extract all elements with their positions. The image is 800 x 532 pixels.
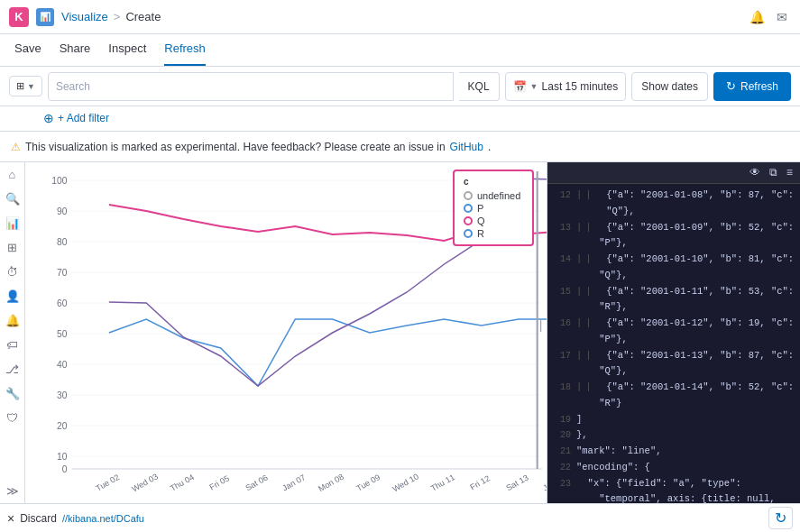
alert-message: This visualization is marked as experime… — [25, 141, 446, 153]
sidebar-wrench-icon[interactable]: 🔧 — [5, 387, 20, 400]
top-bell-icon[interactable]: 🔔 — [748, 8, 766, 26]
breadcrumb: Visualize > Create — [61, 10, 161, 23]
search-input[interactable]: Search — [48, 72, 454, 101]
svg-text:Tue 02: Tue 02 — [94, 472, 121, 492]
svg-text:40: 40 — [57, 360, 68, 370]
legend-item-r: R — [464, 228, 523, 239]
code-panel: 👁 ⧉ ≡ 12 | | {"a": "2001-01-08", "b": 87… — [547, 162, 800, 503]
breadcrumb-create: Create — [125, 10, 161, 23]
discard-x-icon[interactable]: × — [7, 511, 14, 526]
alert-icon: ⚠ — [11, 141, 21, 153]
sidebar-clock-icon[interactable]: ⏱ — [6, 265, 18, 279]
svg-text:70: 70 — [57, 268, 68, 278]
code-line-18: 18 | | {"a": "2001-01-14", "b": 52, "c": — [547, 380, 800, 396]
code-line-12: 12 | | {"a": "2001-01-08", "b": 87, "c": — [547, 188, 800, 204]
time-chevron: ▼ — [530, 82, 538, 91]
filter-toggle-icon: ⊞ — [16, 80, 24, 92]
svg-text:100: 100 — [51, 176, 68, 186]
discard-button[interactable]: Discard — [20, 512, 57, 525]
sidebar-home-icon[interactable]: ⌂ — [9, 168, 16, 181]
bottom-url[interactable]: //kibana.net/DCafu — [62, 513, 144, 524]
code-copy-icon[interactable]: ⧉ — [769, 167, 777, 179]
svg-text:Thu 11: Thu 11 — [429, 472, 456, 493]
sidebar-shield-icon[interactable]: 🛡 — [6, 411, 18, 425]
kql-button[interactable]: KQL — [459, 72, 500, 101]
refresh-label: Refresh — [740, 80, 778, 93]
code-line-20: 20 }, — [547, 427, 800, 444]
svg-text:Wed 03: Wed 03 — [130, 472, 160, 493]
legend-item-q: Q — [464, 216, 523, 226]
chart-legend: c undefined P Q R — [453, 170, 534, 246]
filter-toggle[interactable]: ⊞ ▼ — [9, 76, 42, 96]
svg-text:90: 90 — [57, 206, 68, 216]
svg-text:Sat 13: Sat 13 — [504, 473, 529, 493]
code-line-14: 14 | | {"a": "2001-01-10", "b": 81, "c": — [547, 252, 800, 268]
svg-text:0: 0 — [62, 464, 68, 474]
time-picker[interactable]: 📅 ▼ Last 15 minutes — [505, 72, 627, 101]
alert-suffix: . — [488, 141, 491, 153]
code-line-15b: "R"}, — [547, 299, 800, 316]
refresh-button[interactable]: ↻ Refresh — [713, 72, 791, 101]
show-dates-button[interactable]: Show dates — [631, 72, 708, 101]
legend-item-p: P — [464, 203, 523, 214]
code-line-17: 17 | | {"a": "2001-01-13", "b": 87, "c": — [547, 348, 800, 364]
tab-share[interactable]: Share — [60, 34, 91, 66]
svg-text:80: 80 — [57, 237, 68, 247]
filter-dot-icon: ⊕ — [43, 111, 54, 125]
code-line-16b: "P"}, — [547, 332, 800, 348]
code-line-22: 22 "encoding": { — [547, 460, 800, 476]
svg-text:Jan 14: Jan 14 — [541, 472, 547, 492]
code-line-23b: "temporal", axis: {title: null, — [547, 491, 800, 503]
code-line-21: 21 "mark": "line", — [547, 444, 800, 460]
tab-save[interactable]: Save — [14, 34, 41, 66]
code-line-19: 19 ] — [547, 412, 800, 428]
sidebar-tag-icon[interactable]: 🏷 — [6, 338, 18, 352]
sidebar-layers-icon[interactable]: ⊞ — [7, 241, 17, 254]
sidebar-user-icon[interactable]: 👤 — [5, 289, 20, 303]
code-line-23: 23 "x": {"field": "a", "type": — [547, 476, 800, 492]
svg-text:Mon 08: Mon 08 — [317, 472, 345, 493]
top-mail-icon[interactable]: ✉ — [773, 8, 791, 26]
chart-area: 100 90 80 70 60 50 40 30 20 10 0 Tue 02 … — [25, 162, 547, 503]
sidebar-expand-icon[interactable]: ≫ — [6, 484, 19, 498]
sidebar-git-icon[interactable]: ⎇ — [5, 362, 19, 376]
svg-text:50: 50 — [57, 329, 68, 339]
sidebar-search-icon[interactable]: 🔍 — [5, 192, 20, 206]
code-panel-header: 👁 ⧉ ≡ — [547, 162, 800, 184]
code-eye-icon[interactable]: 👁 — [749, 166, 760, 179]
code-line-14b: "Q"}, — [547, 268, 800, 284]
code-line-12b: "Q"}, — [547, 204, 800, 220]
code-line-13b: "P"}, — [547, 235, 800, 252]
code-menu-icon[interactable]: ≡ — [786, 167, 793, 179]
code-line-17b: "Q"}, — [547, 363, 800, 380]
tab-refresh[interactable]: Refresh — [164, 34, 206, 66]
svg-text:Sat 06: Sat 06 — [244, 473, 269, 493]
add-filter-button[interactable]: + Add filter — [58, 112, 109, 124]
refresh-icon: ↻ — [726, 79, 736, 93]
bottom-bar: × Discard //kibana.net/DCafu ↻ — [0, 503, 800, 532]
breadcrumb-visualize[interactable]: Visualize — [61, 10, 108, 23]
legend-title: c — [464, 177, 523, 187]
code-line-15: 15 | | {"a": "2001-01-11", "b": 53, "c": — [547, 284, 800, 300]
svg-text:10: 10 — [57, 452, 68, 462]
code-line-16: 16 | | {"a": "2001-01-12", "b": 19, "c": — [547, 316, 800, 332]
code-line-18b: "R"} — [547, 396, 800, 412]
bottom-refresh-icon[interactable]: ↻ — [768, 507, 793, 529]
svg-text:|: | — [539, 317, 543, 332]
code-lines: 12 | | {"a": "2001-01-08", "b": 87, "c":… — [547, 184, 800, 503]
svg-text:Thu 04: Thu 04 — [169, 472, 196, 493]
tab-inspect[interactable]: Inspect — [108, 34, 146, 66]
svg-text:Fri 12: Fri 12 — [468, 473, 492, 491]
legend-item-undefined: undefined — [464, 190, 523, 201]
sidebar-bell-icon[interactable]: 🔔 — [5, 314, 20, 327]
app-icon: 📊 — [36, 8, 54, 26]
alert-github-link[interactable]: GitHub — [450, 141, 483, 153]
kibana-logo: K — [9, 7, 29, 27]
calendar-icon: 📅 — [513, 80, 527, 93]
svg-text:60: 60 — [57, 298, 68, 308]
sidebar-chart-icon[interactable]: 📊 — [5, 216, 20, 230]
svg-text:Fri 05: Fri 05 — [207, 473, 231, 491]
svg-text:30: 30 — [57, 390, 68, 400]
left-sidebar: ⌂ 🔍 📊 ⊞ ⏱ 👤 🔔 🏷 ⎇ 🔧 🛡 ≫ — [0, 162, 25, 503]
svg-text:20: 20 — [57, 421, 68, 431]
